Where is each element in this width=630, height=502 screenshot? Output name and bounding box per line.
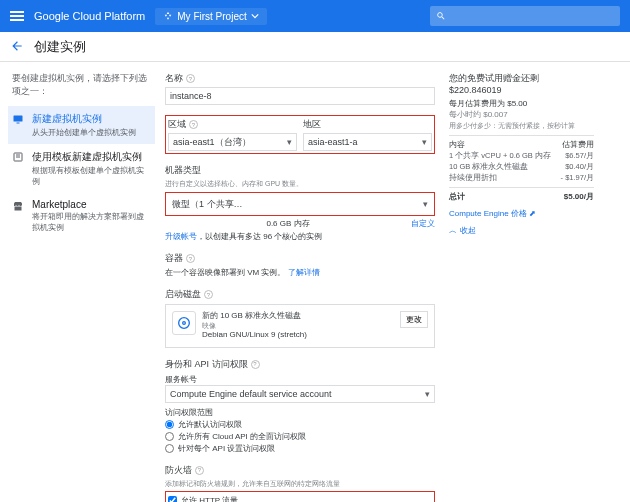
chevron-up-icon: ︿ xyxy=(449,225,457,236)
pricing-link[interactable]: Compute Engine 价格 xyxy=(449,209,527,218)
disk-icon xyxy=(172,311,196,335)
sidebar-item-marketplace[interactable]: Marketplace将开箱即用的解决方案部署到虚拟机实例 xyxy=(8,193,155,239)
project-picker[interactable]: My First Project xyxy=(155,8,266,25)
cost-row: 1 个共享 vCPU + 0.6 GB 内存$6.57/月 xyxy=(449,151,594,161)
sidebar-item-sub: 将开箱即用的解决方案部署到虚拟机实例 xyxy=(32,211,151,233)
region-label: 区域 xyxy=(168,118,186,131)
zone-select[interactable]: asia-east1-a▾ xyxy=(303,133,432,151)
scope-radio-full[interactable]: 允许所有 Cloud API 的全面访问权限 xyxy=(165,431,435,442)
sidebar-item-new-instance[interactable]: 新建虚拟机实例从头开始创建单个虚拟机实例 xyxy=(8,106,155,144)
back-arrow-icon[interactable] xyxy=(10,39,24,55)
customize-link[interactable]: 自定义 xyxy=(411,218,435,229)
chevron-down-icon: ▾ xyxy=(422,137,427,147)
hourly-estimate: 每小时约 $0.007 xyxy=(449,109,594,120)
learn-more-link[interactable]: 了解详情 xyxy=(288,268,320,277)
name-input[interactable]: instance-8 xyxy=(165,87,435,105)
search-input[interactable] xyxy=(430,6,620,26)
region-select[interactable]: asia-east1（台湾）▾ xyxy=(168,133,297,151)
svg-point-4 xyxy=(183,322,186,325)
zone-label: 地区 xyxy=(303,118,321,131)
machine-hint: 进行自定义以选择核心、内存和 GPU 数量。 xyxy=(165,179,435,189)
machine-label: 机器类型 xyxy=(165,164,201,177)
help-icon[interactable]: ? xyxy=(186,254,195,263)
help-icon[interactable]: ? xyxy=(189,120,198,129)
product-name: Google Cloud Platform xyxy=(34,10,145,22)
svg-point-3 xyxy=(179,318,190,329)
chevron-down-icon: ▾ xyxy=(423,199,428,209)
project-name: My First Project xyxy=(177,11,246,22)
sidebar-item-label: 新建虚拟机实例 xyxy=(32,112,136,126)
bootdisk-desc: 新的 10 GB 标准永久性磁盘 xyxy=(202,311,394,321)
menu-icon[interactable] xyxy=(10,11,24,21)
cost-row: 持续使用折扣- $1.97/月 xyxy=(449,173,594,183)
firewall-hint: 添加标记和防火墙规则，允许来自互联网的特定网络流量 xyxy=(165,479,435,489)
service-account-select[interactable]: Compute Engine default service account▾ xyxy=(165,385,435,403)
sa-label: 服务帐号 xyxy=(165,374,435,385)
cost-row: 10 GB 标准永久性磁盘$0.40/月 xyxy=(449,162,594,172)
chevron-down-icon: ▾ xyxy=(287,137,292,147)
sidebar-item-from-template[interactable]: 使用模板新建虚拟机实例根据现有模板创建单个虚拟机实例 xyxy=(8,144,155,193)
chevron-down-icon: ▾ xyxy=(425,389,430,399)
firewall-http-checkbox[interactable]: 允许 HTTP 流量 xyxy=(168,495,432,502)
sidebar-item-label: Marketplace xyxy=(32,199,151,210)
discount-note: 用多少付多少：无需预付紧接，按秒计算 xyxy=(449,121,594,131)
marketplace-icon xyxy=(12,200,24,214)
machine-type-select[interactable]: 微型（1 个共享…▾ xyxy=(168,195,432,213)
bootdisk-sub: 映像 xyxy=(202,321,394,330)
help-icon[interactable]: ? xyxy=(251,360,260,369)
total-label: 总计 xyxy=(449,191,465,202)
page-title: 创建实例 xyxy=(34,38,86,56)
svg-rect-1 xyxy=(17,123,20,124)
name-label: 名称 xyxy=(165,72,183,85)
external-link-icon: ⬈ xyxy=(529,209,536,218)
sidebar-caption: 要创建虚拟机实例，请选择下列选项之一： xyxy=(12,72,155,98)
firewall-label: 防火墙 xyxy=(165,464,192,477)
sidebar-item-label: 使用模板新建虚拟机实例 xyxy=(32,150,151,164)
total-value: $5.00/月 xyxy=(564,191,594,202)
identity-label: 身份和 API 访问权限 xyxy=(165,358,248,371)
bootdisk-image: Debian GNU/Linux 9 (stretch) xyxy=(202,330,394,340)
search-icon xyxy=(436,11,446,21)
template-icon xyxy=(12,151,24,165)
collapse-link[interactable]: ︿收起 xyxy=(449,225,594,236)
sidebar-item-sub: 从头开始创建单个虚拟机实例 xyxy=(32,127,136,138)
help-icon[interactable]: ? xyxy=(186,74,195,83)
scope-radio-per-api[interactable]: 针对每个 API 设置访问权限 xyxy=(165,443,435,454)
sidebar-item-sub: 根据现有模板创建单个虚拟机实例 xyxy=(32,165,151,187)
scope-label: 访问权限范围 xyxy=(165,407,435,418)
upgrade-account-link[interactable]: 升级帐号 xyxy=(165,232,197,241)
credit-remaining: 您的免费试用赠金还剩 $220.846019 xyxy=(449,72,594,95)
scope-radio-default[interactable]: 允许默认访问权限 xyxy=(165,419,435,430)
machine-memory: 0.6 GB 内存 xyxy=(266,218,309,229)
svg-rect-0 xyxy=(14,116,23,122)
change-button[interactable]: 更改 xyxy=(400,311,428,328)
help-icon[interactable]: ? xyxy=(195,466,204,475)
bootdisk-label: 启动磁盘 xyxy=(165,288,201,301)
monthly-estimate: 每月估算费用为 $5.00 xyxy=(449,98,594,109)
vm-icon xyxy=(12,113,24,127)
container-label: 容器 xyxy=(165,252,183,265)
help-icon[interactable]: ? xyxy=(204,290,213,299)
